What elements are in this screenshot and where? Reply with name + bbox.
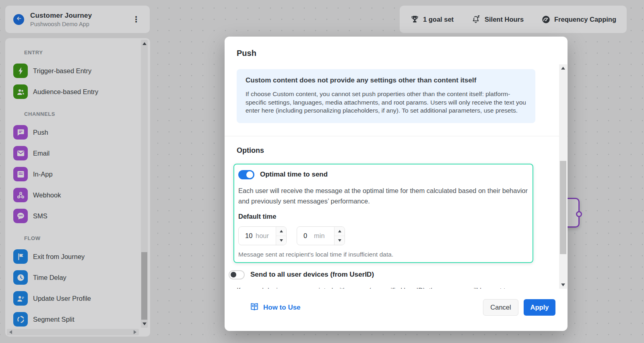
chevron-down-icon (338, 239, 341, 242)
scroll-up-icon[interactable] (561, 67, 565, 70)
modal-title: Push (237, 49, 256, 58)
chevron-down-icon (280, 239, 283, 242)
hour-input[interactable] (239, 232, 256, 240)
optimal-time-description: Each user will receive the message at th… (238, 185, 528, 206)
send-all-devices-label: Send to all user devices (from UserID) (250, 271, 374, 279)
send-all-devices-toggle[interactable] (229, 270, 245, 279)
modal-scroll-area: Custom content does not provide any sett… (225, 64, 568, 289)
minute-spinner: min (297, 226, 345, 245)
how-to-use-link[interactable]: How to Use (250, 302, 301, 313)
scroll-down-icon[interactable] (561, 283, 565, 286)
minute-unit-label: min (314, 232, 334, 240)
section-divider (225, 136, 568, 136)
notice-heading: Custom content does not provide any sett… (246, 76, 526, 84)
apply-button[interactable]: Apply (524, 299, 555, 316)
notice-body: If choose Custom content, you cannot set… (246, 90, 526, 115)
scrollbar-thumb[interactable] (560, 161, 566, 254)
chevron-up-icon (338, 230, 341, 232)
options-heading: Options (237, 146, 568, 155)
minute-increment-button[interactable] (334, 227, 345, 236)
how-to-use-label: How to Use (263, 304, 301, 312)
custom-content-notice: Custom content does not provide any sett… (237, 69, 535, 123)
hour-increment-button[interactable] (276, 227, 286, 236)
default-time-label: Default time (238, 213, 524, 220)
send-all-devices-description: If several devices are associated with a… (237, 285, 537, 289)
toggle-knob (231, 272, 236, 277)
chevron-up-icon (280, 230, 283, 232)
toggle-knob (246, 171, 253, 178)
push-settings-modal: Push Custom content does not provide any… (225, 37, 568, 331)
default-time-note: Message sent at recipient's local time i… (238, 251, 524, 258)
modal-vertical-scrollbar[interactable] (559, 64, 567, 289)
hour-decrement-button[interactable] (276, 236, 286, 245)
optimal-time-toggle[interactable] (238, 170, 254, 179)
modal-footer: How to Use Cancel Apply (225, 289, 568, 331)
minute-decrement-button[interactable] (334, 236, 345, 245)
cancel-button[interactable]: Cancel (483, 299, 518, 316)
optimal-time-label: Optimal time to send (260, 170, 328, 179)
hour-unit-label: hour (256, 232, 276, 240)
book-icon (250, 302, 259, 313)
hour-spinner: hour (238, 226, 287, 245)
minute-input[interactable] (297, 232, 314, 240)
optimal-time-highlight-box: Optimal time to send Each user will rece… (233, 164, 533, 263)
